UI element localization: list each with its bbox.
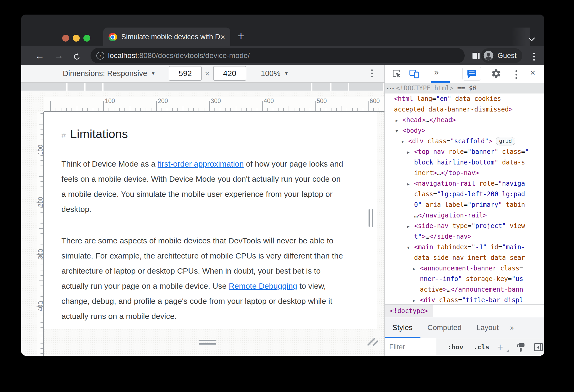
link-first-order-approximation[interactable]: first-order approximation: [158, 159, 244, 168]
devtools-close-icon[interactable]: ×: [530, 68, 535, 78]
page-info-icon[interactable]: i: [96, 52, 104, 60]
toggle-class-button[interactable]: .cls: [473, 338, 489, 356]
device-mode-toolbar: Dimensions: Responsive ▼ × 100% ▼: [21, 65, 384, 83]
zoom-caret-icon: ▼: [284, 71, 289, 76]
dom-node-line[interactable]: •••<!DOCTYPE html> == $0: [385, 83, 544, 93]
tab-layout[interactable]: Layout: [469, 317, 506, 338]
expand-arrow-right-icon[interactable]: ▶: [413, 295, 420, 304]
expand-arrow-right-icon[interactable]: ▶: [407, 147, 414, 157]
dimensions-caret-icon: ▼: [151, 71, 155, 76]
side-panel-icon[interactable]: [471, 51, 481, 62]
device-toolbar-menu-icon[interactable]: [371, 69, 373, 77]
dom-node-line[interactable]: ▶<top-nav role="banner" class=": [385, 146, 544, 157]
tab-strip: Simulate mobile devices with D × +: [21, 15, 544, 46]
media-query-segment[interactable]: [331, 83, 348, 91]
viewport-resize-handle-right[interactable]: [369, 209, 373, 227]
back-button[interactable]: ←: [35, 46, 44, 65]
dom-node-line[interactable]: ▼<div class="scaffold">grid: [385, 136, 544, 146]
show-sidebar-icon[interactable]: [533, 342, 544, 353]
dom-node-line[interactable]: ▼<body>: [385, 125, 544, 136]
dom-node-line[interactable]: data-side-nav-inert data-sear: [385, 252, 544, 263]
expand-arrow-down-icon[interactable]: ▼: [407, 242, 414, 252]
viewport-resize-handle-corner[interactable]: [367, 336, 379, 348]
url-text: localhost:8080/docs/devtools/device-mode…: [108, 51, 250, 60]
zoom-level: 100%: [261, 69, 280, 78]
paragraph-1-text: Think of Device Mode as a: [61, 159, 158, 168]
tab-computed[interactable]: Computed: [420, 317, 469, 338]
dom-node-line[interactable]: accepted data-banner-dismissed>: [385, 104, 544, 115]
viewport-height-input[interactable]: [213, 66, 246, 81]
media-query-segment[interactable]: [349, 83, 383, 91]
window-minimize-button[interactable]: [73, 35, 80, 42]
tab-styles[interactable]: Styles: [385, 317, 420, 338]
expand-arrow-right-icon[interactable]: ▶: [396, 115, 402, 125]
viewport-resize-handle-bottom[interactable]: [199, 340, 216, 345]
dom-node-line[interactable]: <html lang="en" data-cookies-: [385, 93, 544, 104]
media-query-segment[interactable]: [86, 83, 102, 91]
dom-node-line[interactable]: ▶<div class="title-bar displ: [385, 295, 544, 304]
window-close-button[interactable]: [62, 35, 69, 42]
breadcrumb-doctype[interactable]: <!doctype>: [385, 305, 433, 317]
reload-button[interactable]: [72, 52, 82, 61]
media-query-segment[interactable]: [312, 83, 330, 91]
dom-node-line[interactable]: t">…</side-nav>: [385, 231, 544, 242]
sidebar-tabs: Styles Computed Layout »: [385, 317, 544, 338]
rendering-emulation-icon[interactable]: [515, 342, 526, 353]
more-tabs-icon[interactable]: »: [510, 323, 514, 332]
dom-node-line[interactable]: ▶<announcement-banner class=: [385, 263, 544, 274]
dimensions-select[interactable]: Dimensions: Responsive ▼: [63, 65, 155, 82]
expand-arrow-down-icon[interactable]: ▼: [401, 136, 408, 146]
address-bar[interactable]: i localhost:8080/docs/devtools/device-mo…: [91, 48, 465, 63]
inspect-element-icon[interactable]: [391, 68, 402, 79]
viewport-width-input[interactable]: [169, 66, 202, 81]
toggle-hover-state-button[interactable]: :hov: [447, 338, 463, 356]
styles-filter-input[interactable]: [385, 338, 436, 356]
new-style-rule-button[interactable]: +: [497, 338, 503, 356]
media-query-bar[interactable]: [21, 83, 384, 91]
dom-node-line[interactable]: …</navigation-rail>: [385, 210, 544, 221]
ruler-label: 100: [37, 145, 44, 155]
window-zoom-button[interactable]: [83, 35, 90, 42]
media-query-segment[interactable]: [104, 83, 311, 91]
expand-arrow-right-icon[interactable]: ▶: [407, 179, 414, 189]
media-query-segment[interactable]: [21, 83, 66, 91]
tab-close-icon[interactable]: ×: [220, 28, 225, 46]
feedback-button[interactable]: [462, 67, 481, 81]
ruler-label: 200: [158, 97, 168, 105]
link-remote-debugging[interactable]: Remote Debugging: [229, 282, 297, 290]
devtools-settings-icon[interactable]: [491, 68, 501, 79]
media-query-segment[interactable]: [68, 83, 84, 91]
dimensions-multiply-label: ×: [205, 65, 210, 82]
profile-chip[interactable]: Guest: [481, 48, 522, 63]
expand-arrow-right-icon[interactable]: ▶: [413, 264, 420, 274]
devtools-panel: » × •••<!DOCTYPE html> == $0<html lang="…: [384, 65, 544, 356]
dom-node-line[interactable]: ▼<main tabindex="-1" id="main-: [385, 242, 544, 252]
dom-node-line[interactable]: ▶<navigation-rail role="naviga: [385, 178, 544, 189]
browser-menu-icon[interactable]: [533, 53, 535, 61]
devtools-menu-icon[interactable]: [515, 70, 517, 79]
dom-node-line[interactable]: nner--info" storage-key="us: [385, 274, 544, 284]
grid-badge[interactable]: grid: [496, 137, 515, 145]
new-tab-button[interactable]: +: [238, 30, 244, 42]
feedback-chat-icon: [467, 68, 477, 79]
expand-arrow-down-icon[interactable]: ▼: [396, 126, 402, 136]
browser-tab[interactable]: Simulate mobile devices with D: [103, 28, 230, 46]
tab-search-chevron-icon[interactable]: [529, 35, 535, 41]
expand-arrow-right-icon[interactable]: ▶: [407, 221, 414, 231]
dom-node-line[interactable]: inert>…</top-nav>: [385, 168, 544, 178]
dom-node-line[interactable]: 0" aria-label="primary" tabin: [385, 199, 544, 210]
tab-title: Simulate mobile devices with D: [121, 33, 225, 41]
dom-node-line[interactable]: class="lg:pad-left-200 lg:pad: [385, 189, 544, 199]
dom-node-line[interactable]: ▶<head>…</head>: [385, 115, 544, 125]
device-toolbar-toggle-icon[interactable]: [409, 68, 419, 79]
forward-button[interactable]: →: [54, 46, 64, 65]
dom-node-line[interactable]: ▶<side-nav type="project" view: [385, 221, 544, 231]
dom-node-line[interactable]: active>…</announcement-bann: [385, 284, 544, 295]
zoom-select[interactable]: 100% ▼: [261, 65, 289, 82]
browser-toolbar: ← → i localhost:8080/docs/devtools/devic…: [21, 46, 544, 65]
heading-anchor-hash[interactable]: #: [61, 131, 66, 140]
more-panels-button[interactable]: »: [434, 68, 439, 77]
active-panel-underline: [431, 81, 450, 83]
tab-title-fade: [512, 28, 530, 46]
dom-node-line[interactable]: block hairline-bottom" data-s: [385, 157, 544, 168]
